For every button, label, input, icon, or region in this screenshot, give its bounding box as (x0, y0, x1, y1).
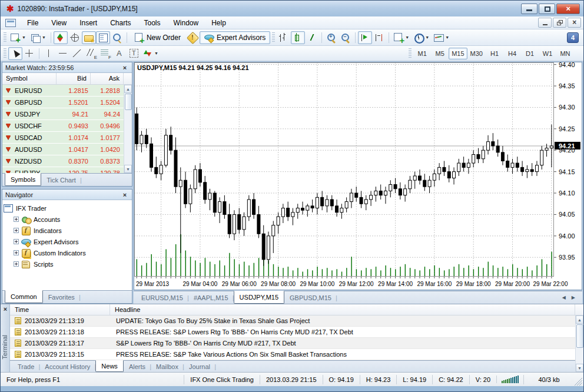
menu-file[interactable]: File (21, 17, 45, 29)
mdi-close-button[interactable]: × (568, 18, 581, 28)
terminal-tab-news[interactable]: News (95, 360, 124, 372)
news-row[interactable]: 2013/03/29 21:13:18PRESS RELEASE: S&P Lo… (10, 327, 575, 338)
market-watch-row[interactable]: EURJPY120.75120.78 (2, 167, 124, 173)
market-watch-row[interactable]: USDCHF0.94930.9496 (2, 120, 124, 132)
zoom-out-button[interactable]: − (339, 31, 353, 44)
equidistant-channel-button[interactable] (84, 47, 98, 60)
market-watch-row[interactable]: AUDUSD1.04171.0420 (2, 144, 124, 155)
news-row[interactable]: 2013/03/29 21:13:17S&P Lowers Rtg To 'BB… (10, 338, 575, 349)
terminal-close-icon[interactable]: × (1, 305, 10, 313)
menu-insert[interactable]: Insert (73, 17, 104, 29)
scroll-up-icon[interactable]: ▲ (576, 315, 583, 324)
navigator-item-indicators[interactable]: Indicators (4, 225, 131, 236)
menu-charts[interactable]: Charts (104, 17, 137, 29)
arrows-tool-button[interactable]: ▼ (141, 47, 161, 60)
cursor-tool-button[interactable] (8, 47, 22, 60)
strategy-tester-button[interactable] (110, 31, 124, 44)
market-watch-scrollbar[interactable]: ▲ ▼ (124, 85, 132, 173)
menu-view[interactable]: View (45, 17, 73, 29)
notifications-badge[interactable]: 4 (567, 32, 579, 43)
metaeditor-button[interactable] (185, 31, 200, 44)
scroll-right-icon[interactable]: ▶ (572, 295, 575, 300)
column-bid[interactable]: Bid (57, 73, 91, 84)
navigator-toggle[interactable] (82, 31, 96, 44)
expert-advisors-button[interactable]: Expert Advisors (200, 31, 270, 44)
toolbar-grip[interactable] (409, 48, 412, 59)
terminal-toggle[interactable] (96, 31, 110, 44)
menu-help[interactable]: Help (205, 17, 233, 29)
tab-tick-chart[interactable]: Tick Chart| (41, 174, 81, 186)
navigator-item-accounts[interactable]: Accounts (4, 214, 131, 225)
market-watch-row[interactable]: GBPUSD1.52011.5204 (2, 97, 124, 108)
line-chart-button[interactable] (305, 31, 319, 44)
crosshair-tool-button[interactable] (22, 47, 36, 60)
market-watch-row[interactable]: EURUSD1.28151.2818 (2, 85, 124, 97)
chart-tab-eurusd-m15[interactable]: EURUSD,M15| (136, 291, 188, 304)
navigator-item-expert-advisors[interactable]: Expert Advisors (4, 236, 131, 247)
scroll-down-icon[interactable]: ▼ (124, 165, 132, 173)
text-label-button[interactable] (127, 47, 141, 60)
indicators-button[interactable]: ▼ (391, 31, 412, 44)
scroll-down-icon[interactable]: ▼ (576, 364, 583, 372)
bar-chart-button[interactable] (277, 31, 291, 44)
periods-button[interactable]: ▼ (412, 31, 432, 44)
chart-tab-gbpusd-m15[interactable]: GBPUSD,M15| (284, 291, 337, 304)
expand-plus-icon[interactable] (14, 261, 19, 267)
news-row[interactable]: 2013/03/29 21:13:15PRESS RELEASE: S&P Ta… (10, 349, 575, 360)
navigator-close-icon[interactable]: × (121, 191, 129, 198)
tab-favorites[interactable]: Favorites| (43, 291, 80, 303)
terminal-tab-alerts[interactable]: Alerts| (124, 361, 151, 372)
new-chart-button[interactable]: ▼ (8, 31, 28, 44)
column-headline[interactable]: Headline (110, 304, 575, 315)
expand-plus-icon[interactable] (14, 250, 19, 255)
timeframe-d1-button[interactable]: D1 (521, 48, 539, 59)
column-time[interactable]: Time (10, 304, 110, 315)
timeframe-h4-button[interactable]: H4 (503, 48, 521, 59)
one-click-trading-button[interactable]: IFX One Click Trading (184, 375, 260, 384)
timeframe-h1-button[interactable]: H1 (486, 48, 503, 59)
expand-plus-icon[interactable] (14, 217, 19, 222)
market-watch-row[interactable]: USDJPY94.2194.24 (2, 108, 124, 120)
mdi-minimize-button[interactable] (538, 18, 552, 28)
terminal-tab-trade[interactable]: Trade| (12, 361, 39, 372)
navigator-root-item[interactable]: IFX Trader (4, 202, 131, 214)
trendline-button[interactable] (70, 47, 84, 60)
resize-grip[interactable] (574, 377, 582, 386)
market-watch-toggle[interactable] (54, 31, 68, 44)
menu-window[interactable]: Window (167, 17, 205, 29)
chart-shift-button[interactable] (372, 31, 386, 44)
terminal-tab-mailbox[interactable]: Mailbox| (151, 361, 184, 372)
terminal-tab-journal[interactable]: Journal| (184, 361, 215, 372)
market-watch-row[interactable]: NZDUSD0.83700.8373 (2, 155, 124, 167)
timeframe-mn-button[interactable]: MN (556, 48, 574, 59)
chart-svg[interactable]: 94.4094.3594.3094.2594.2094.1594.1094.05… (134, 62, 582, 290)
timeframe-m5-button[interactable]: M5 (431, 48, 449, 59)
expand-plus-icon[interactable] (14, 239, 19, 244)
profiles-button[interactable]: ▼ (28, 31, 48, 44)
vertical-line-button[interactable] (42, 47, 56, 60)
scroll-up-icon[interactable]: ▲ (124, 85, 132, 93)
timeframe-w1-button[interactable]: W1 (539, 48, 556, 59)
auto-scroll-button[interactable] (358, 31, 372, 44)
zoom-in-button[interactable]: + (324, 31, 339, 44)
expand-plus-icon[interactable] (14, 228, 19, 233)
tab-symbols[interactable]: Symbols (5, 173, 41, 186)
column-ask[interactable]: Ask (91, 73, 124, 84)
toolbar-grip[interactable] (4, 32, 6, 43)
market-watch-row[interactable]: USDCAD1.01741.0177 (2, 132, 124, 144)
timeframe-m30-button[interactable]: M30 (467, 48, 486, 59)
new-order-button[interactable]: New Order (130, 31, 185, 44)
toolbar-grip[interactable] (272, 32, 275, 43)
market-watch-close-icon[interactable]: × (121, 64, 129, 71)
maximize-button[interactable] (539, 4, 555, 14)
navigator-item-custom-indicators[interactable]: Custom Indicators (4, 247, 131, 258)
text-tool-button[interactable] (112, 47, 127, 60)
chart-tab-usdjpy-m15[interactable]: USDJPY,M15 (234, 291, 284, 304)
timeframe-m1-button[interactable]: M1 (413, 48, 431, 59)
fibonacci-button[interactable] (98, 47, 112, 60)
minimize-button[interactable] (521, 4, 537, 14)
column-symbol[interactable]: Symbol (2, 73, 57, 84)
horizontal-line-button[interactable] (56, 47, 70, 60)
timeframe-m15-button[interactable]: M15 (449, 48, 467, 59)
terminal-tab-account-history[interactable]: Account History| (39, 361, 95, 372)
